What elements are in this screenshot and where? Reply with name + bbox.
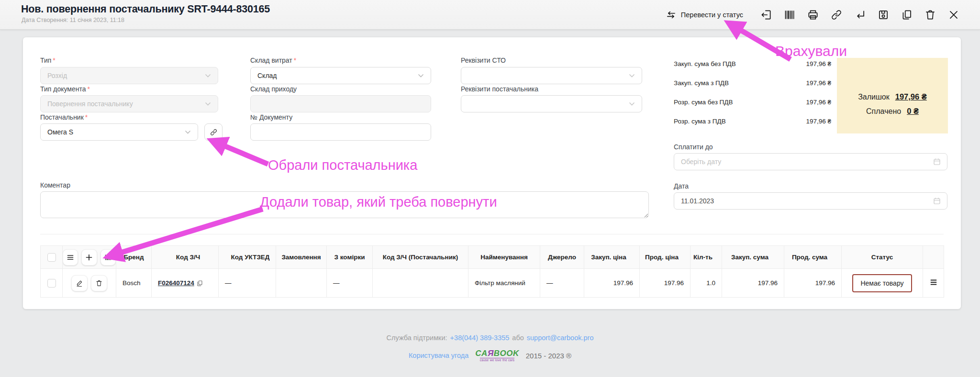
total-value: 197,96 ₴ (806, 99, 831, 106)
return-button[interactable] (854, 9, 866, 21)
copyright: 2015 - 2023 ® (526, 352, 571, 360)
barcode-button[interactable] (783, 9, 796, 21)
print-button[interactable] (807, 9, 819, 21)
export-icon (760, 9, 772, 21)
col-header[interactable]: Замовлення (276, 246, 327, 269)
cell-purchase-price: 197.96 (584, 269, 640, 298)
col-header[interactable]: Кіл-ть (690, 246, 722, 269)
return-arrow-icon (854, 9, 866, 21)
duplicate-button[interactable] (901, 9, 913, 21)
edit-row-button[interactable] (71, 275, 88, 291)
support-phone-link[interactable]: +38(044) 389-3355 (450, 334, 510, 342)
total-row: Розр. сума без ПДВ197,96 ₴ (674, 99, 831, 106)
col-header[interactable]: Код УКТЗЕД (219, 246, 276, 269)
close-icon (947, 9, 960, 21)
paid-value[interactable]: 0 ₴ (907, 107, 919, 116)
add-item-button[interactable] (81, 249, 97, 266)
col-header[interactable]: Найменування (468, 246, 540, 269)
col-header[interactable]: Джерело (540, 246, 584, 269)
col-header[interactable]: Код З/Ч (152, 246, 219, 269)
status-badge[interactable]: Немає товару (852, 274, 912, 292)
user-agreement-link[interactable]: Користувача угода (409, 352, 468, 359)
comment-label: Коментар (40, 181, 70, 189)
expense-warehouse-select[interactable]: Склад (250, 67, 431, 84)
copy-link-button[interactable] (830, 9, 843, 21)
comment-textarea[interactable] (40, 191, 649, 218)
close-button[interactable] (947, 9, 960, 21)
support-prefix: Служба підтримки: (387, 334, 447, 342)
doc-number-label: № Документу (250, 113, 292, 121)
col-header[interactable]: Статус (842, 246, 923, 269)
cell-qty: 1.0 (690, 269, 722, 298)
doc-type-select[interactable]: Повернення постачальнику (40, 95, 218, 112)
save-button[interactable] (877, 9, 890, 21)
supplier-requisites-select[interactable] (461, 95, 642, 112)
row-menu-icon[interactable] (929, 278, 938, 287)
col-header[interactable]: Прод. ціна (640, 246, 690, 269)
chevron-down-icon (205, 74, 211, 78)
printer-icon (807, 9, 819, 21)
balance-label: Залишок (858, 93, 890, 101)
supplier-link-button[interactable] (204, 123, 223, 141)
trash-icon (95, 279, 103, 287)
col-header[interactable]: Закуп. сума (722, 246, 784, 269)
export-button[interactable] (760, 9, 772, 21)
col-header[interactable]: Бренд (116, 246, 152, 269)
required-mark: * (53, 56, 55, 64)
balance-value[interactable]: 197,96 ₴ (895, 92, 927, 101)
part-code-link[interactable]: F026407124 (158, 279, 194, 287)
select-all-checkbox[interactable] (47, 253, 56, 262)
table-row: Bosch F026407124 — — Фільтр масляний — 1… (41, 269, 944, 298)
date-input[interactable] (674, 192, 947, 210)
delete-row-button[interactable] (91, 275, 107, 291)
total-value: 197,96 ₴ (806, 79, 831, 87)
col-header[interactable]: Прод. сума (784, 246, 842, 269)
total-label: Розр. сума з ПДВ (674, 118, 726, 125)
cell-purchase-sum: 197.96 (722, 269, 784, 298)
support-email-link[interactable]: support@carbook.pro (527, 334, 594, 342)
total-value: 197,96 ₴ (806, 60, 831, 67)
items-table: Бренд Код З/Ч Код УКТЗЕД Замовлення З ко… (40, 245, 944, 298)
chevron-down-icon (418, 74, 424, 78)
total-value: 197,96 ₴ (806, 118, 831, 125)
row-menu-button[interactable] (63, 249, 78, 266)
balance-panel: Залишок 197,96 ₴ Сплачено 0 ₴ (837, 58, 948, 133)
cell-brand: Bosch (116, 269, 152, 298)
required-mark: * (294, 56, 296, 64)
income-warehouse-select[interactable] (250, 95, 431, 112)
col-header[interactable]: З комірки (327, 246, 373, 269)
sto-requisites-select[interactable] (461, 67, 642, 84)
carbook-logo-text: CAЯBOOK (475, 349, 519, 357)
menu-icon (67, 254, 74, 261)
type-select[interactable]: Розхід (40, 67, 218, 84)
doc-number-input[interactable] (250, 123, 431, 141)
total-label: Закуп. сума без ПДВ (674, 60, 736, 67)
supplier-requisites-label: Реквізити постачальника (461, 85, 538, 93)
sto-requisites-label: Реквізити СТО (461, 56, 506, 64)
chevron-down-icon (629, 74, 635, 78)
top-bar: Нов. повернення постачальнику SRT-9444-8… (0, 0, 980, 30)
section-divider (40, 234, 944, 234)
toolbar: Перевести у статус (666, 0, 960, 30)
transfer-status-button[interactable]: Перевести у статус (666, 10, 743, 21)
required-mark: * (85, 113, 88, 121)
row-select-checkbox[interactable] (47, 279, 56, 288)
cell-sale-price: 197.96 (640, 269, 690, 298)
delete-button[interactable] (924, 9, 936, 21)
carbook-logo: CAЯBOOK cause we love the cars (475, 349, 519, 362)
footer-support-line: Служба підтримки: +38(044) 389-3355 або … (0, 334, 980, 342)
chevron-down-icon (205, 102, 211, 106)
supplier-label: Постачальник* (40, 113, 88, 121)
copy-icon[interactable] (197, 280, 203, 286)
save-icon (877, 9, 890, 21)
total-row: Закуп. сума без ПДВ197,96 ₴ (674, 60, 831, 67)
pencil-icon (76, 279, 83, 287)
cell-uktzed: — (219, 269, 276, 298)
chevron-down-icon (629, 102, 635, 106)
pay-until-input[interactable] (674, 153, 947, 170)
total-row: Розр. сума з ПДВ197,96 ₴ (674, 118, 831, 125)
scan-barcode-button[interactable] (100, 249, 116, 266)
supplier-select[interactable]: Омега S (40, 123, 198, 141)
col-header[interactable]: Код З/Ч (Постачальник) (373, 246, 468, 269)
col-header[interactable]: Закуп. ціна (584, 246, 640, 269)
